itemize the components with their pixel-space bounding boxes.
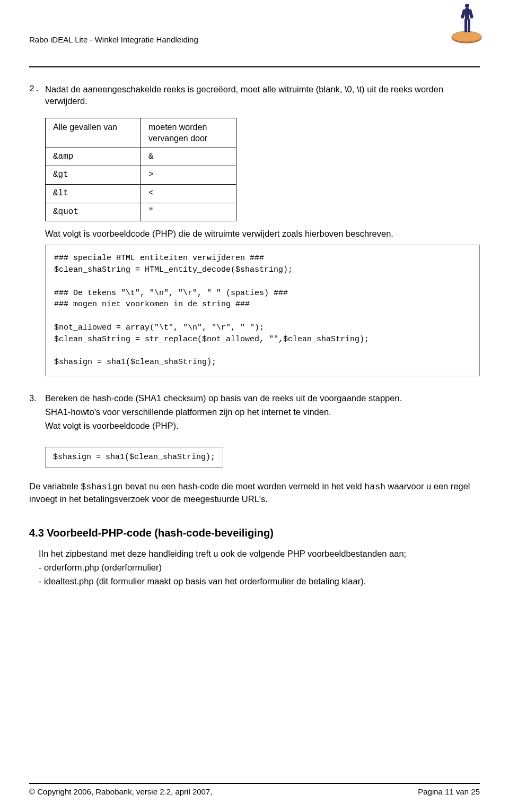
entity-cell: < <box>141 184 236 203</box>
para-text: De variabele <box>29 481 81 491</box>
page-header: Rabo iDEAL Lite - Winkel Integratie Hand… <box>29 29 480 45</box>
footer-left: © Copyright 2006, Rabobank, versie 2.2, … <box>29 787 212 796</box>
step-3-line3: Wat volgt is voorbeeldcode (PHP). <box>45 420 480 431</box>
table-header-2: moeten worden vervangen door <box>141 118 236 148</box>
svg-point-1 <box>452 31 481 42</box>
code-block-2: $shasign = sha1($clean_shaString); <box>45 447 223 468</box>
svg-rect-3 <box>465 8 469 20</box>
entity-cell: &quot <box>46 203 141 221</box>
step-2-number: 2. <box>29 83 45 109</box>
table-row: Alle gevallen van moeten worden vervange… <box>46 118 236 148</box>
footer-rule <box>29 783 480 784</box>
step-2-text: Nadat de aaneengeschakelde reeks is gecr… <box>45 83 480 107</box>
header-title: Rabo iDEAL Lite - Winkel Integratie Hand… <box>29 35 198 44</box>
entity-cell: &amp <box>46 148 141 166</box>
entity-cell: " <box>141 203 236 221</box>
after-table-text: Wat volgt is voorbeeldcode (PHP) die de … <box>45 228 480 239</box>
step-3-body: Bereken de hash-code (SHA1 checksum) op … <box>45 392 480 434</box>
page: Rabo iDEAL Lite - Winkel Integratie Hand… <box>0 0 509 812</box>
svg-rect-6 <box>464 19 467 32</box>
section-line1: IIn het zipbestand met deze handleiding … <box>39 548 480 560</box>
shasign-paragraph: De variabele $shasign bevat nu een hash-… <box>29 480 480 505</box>
step-3-line1: Bereken de hash-code (SHA1 checksum) op … <box>45 392 480 404</box>
section-body: IIn het zipbestand met deze handleiding … <box>29 548 480 588</box>
code-block-1: ### speciale HTML entiteiten verwijderen… <box>45 245 480 376</box>
svg-point-2 <box>465 4 469 8</box>
footer-row: © Copyright 2006, Rabobank, versie 2.2, … <box>29 787 480 796</box>
table-row: &lt < <box>46 184 236 203</box>
entity-table: Alle gevallen van moeten worden vervange… <box>45 118 236 222</box>
step-3-line2: SHA1-howto's voor verschillende platform… <box>45 406 480 418</box>
section-heading: 4.3 Voorbeeld-PHP-code (hash-code-beveil… <box>29 526 480 540</box>
table-row: &gt > <box>46 166 236 185</box>
step-3-number: 3. <box>29 392 45 434</box>
section-line3: - idealtest.php (dit formulier maakt op … <box>39 575 480 588</box>
table-header-1: Alle gevallen van <box>46 118 141 148</box>
entity-cell: &gt <box>46 166 141 185</box>
section-line2: - orderform.php (orderformulier) <box>39 562 480 574</box>
para-text: bevat nu een hash-code die moet worden v… <box>122 481 364 491</box>
page-footer: © Copyright 2006, Rabobank, versie 2.2, … <box>29 783 480 796</box>
inline-code: $shasign <box>81 482 122 492</box>
table-row: &amp & <box>46 148 236 166</box>
footer-right: Pagina 11 van 25 <box>418 787 480 796</box>
content: 2. Nadat de aaneengeschakelde reeks is g… <box>29 83 480 588</box>
entity-cell: & <box>141 148 236 166</box>
step-2: 2. Nadat de aaneengeschakelde reeks is g… <box>29 83 480 109</box>
entity-cell: > <box>141 166 236 185</box>
step-3: 3. Bereken de hash-code (SHA1 checksum) … <box>29 392 480 434</box>
step-2-body: Nadat de aaneengeschakelde reeks is gecr… <box>45 83 480 109</box>
header-rule <box>29 66 480 67</box>
entity-cell: &lt <box>46 184 141 203</box>
table-row: &quot " <box>46 203 236 221</box>
svg-rect-7 <box>468 19 470 32</box>
header-logo-icon <box>448 3 485 45</box>
inline-code: hash <box>364 482 385 492</box>
